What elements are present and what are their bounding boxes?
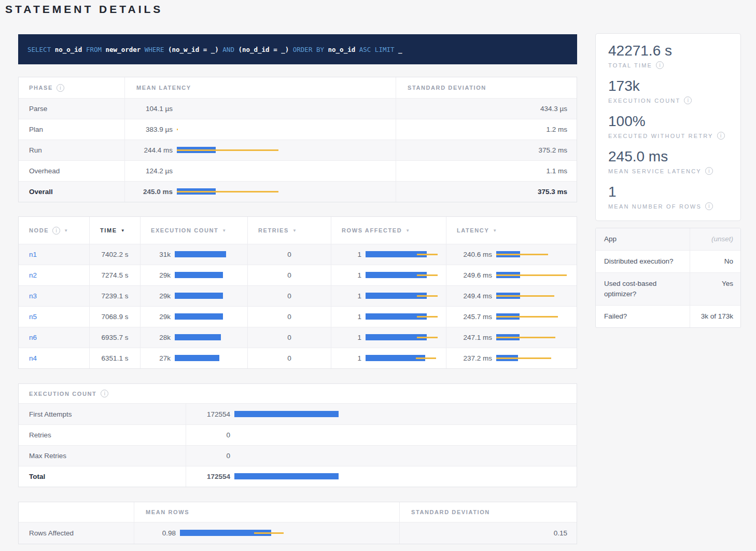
bar-stddev <box>496 295 554 297</box>
info-icon[interactable]: i <box>52 227 60 235</box>
column-header-standard-deviation: STANDARD DEVIATION <box>396 77 578 98</box>
phase-row-parse: Parse104.1 µs434.3 µs <box>19 98 577 119</box>
stat-value: 1 <box>608 183 728 201</box>
latency-bar <box>496 251 578 258</box>
value-with-bar-cell: 28k <box>141 327 248 348</box>
node-row-n5: n57068.9 s29k01245.7 ms <box>19 306 577 327</box>
node-cell: n1 <box>19 244 90 265</box>
execution-count-bar <box>175 355 247 362</box>
cell-value: 249.6 ms <box>446 271 492 279</box>
execution-count-bar <box>234 432 578 438</box>
node-link-n4[interactable]: n4 <box>29 354 37 362</box>
node-row-n2: n27274.5 s29k01249.6 ms <box>19 265 577 285</box>
bar-stddev <box>496 274 567 276</box>
retries-value: 0 <box>287 271 291 279</box>
info-icon[interactable]: i <box>656 61 664 69</box>
phase-label: Overall <box>29 188 53 196</box>
bar-stddev <box>417 254 438 255</box>
std-dev-value: 0.15 <box>554 529 567 537</box>
column-header-label: MEAN LATENCY <box>136 85 191 91</box>
phase-label: Parse <box>29 105 47 113</box>
value-with-bar-cell: 1 <box>331 348 446 368</box>
std-dev-value: 434.3 µs <box>540 105 567 113</box>
sql-identifier: (no_d_id = _) <box>238 46 292 53</box>
value-with-bar-cell: 383.9 µs <box>125 119 396 140</box>
column-header-rows-affected[interactable]: ROWS AFFECTED▼ <box>331 217 446 244</box>
column-header-latency[interactable]: LATENCY▼ <box>446 217 578 244</box>
value-with-bar-cell: 0.98 <box>134 522 400 544</box>
node-cell: n5 <box>19 307 90 327</box>
std-dev-cell: 1.1 ms <box>396 161 578 181</box>
value-with-bar-cell: 245.7 ms <box>446 307 578 327</box>
info-icon[interactable]: i <box>684 97 692 104</box>
stat-execution-count: 173k EXECUTION COUNTi <box>608 77 728 104</box>
cell-value: 1 <box>331 334 361 341</box>
detail-label: Failed? <box>596 306 690 327</box>
sort-icon[interactable]: ▼ <box>222 228 226 233</box>
bar-stddev <box>417 295 438 297</box>
sort-icon[interactable]: ▼ <box>405 228 410 233</box>
stat-total-time: 42271.6 s TOTAL TIMEi <box>608 42 728 69</box>
value-with-bar-cell: 104.1 µs <box>125 99 396 119</box>
execution-count-table: EXECUTION COUNTiFirst Attempts172554Retr… <box>18 383 577 487</box>
stat-value: 245.0 ms <box>608 148 728 166</box>
sort-icon[interactable]: ▼ <box>121 228 125 233</box>
time-cell: 6351.1 s <box>90 348 141 368</box>
column-header-time[interactable]: TIME▼ <box>90 217 141 244</box>
value-with-bar-cell: 1 <box>331 307 446 327</box>
cell-value: 1 <box>331 313 361 321</box>
info-icon[interactable]: i <box>705 202 713 210</box>
time-cell: 7239.1 s <box>90 286 141 306</box>
time-value: 7402.2 s <box>102 251 129 258</box>
time-cell: 7402.2 s <box>90 244 141 265</box>
stat-mean-service-latency: 245.0 ms MEAN SERVICE LATENCYi <box>608 148 728 175</box>
cell-value: 240.6 ms <box>446 251 492 258</box>
latency-bar <box>496 293 578 299</box>
column-header-node[interactable]: NODEi▼ <box>19 217 90 244</box>
std-dev-cell: 375.3 ms <box>396 182 578 202</box>
node-link-n1[interactable]: n1 <box>29 251 37 258</box>
column-header-label: TIME <box>100 227 117 233</box>
cell-value: 0 <box>186 431 230 439</box>
mean-rows-bar <box>180 530 399 536</box>
sort-icon[interactable]: ▼ <box>493 228 497 233</box>
node-cell: n2 <box>19 265 90 285</box>
column-header-label: EXECUTION COUNT <box>151 227 218 233</box>
phase-label-cell: Overhead <box>19 161 125 181</box>
sql-keyword: ORDER BY <box>293 46 328 53</box>
cell-value: 1 <box>331 292 361 300</box>
info-icon[interactable]: i <box>717 132 725 140</box>
column-header-label: MEAN ROWS <box>146 509 189 515</box>
node-link-n6[interactable]: n6 <box>29 334 37 341</box>
column-header-retries[interactable]: RETRIES▼ <box>248 217 331 244</box>
column-header-execution-count[interactable]: EXECUTION COUNT▼ <box>141 217 248 244</box>
sql-identifier: new_order <box>106 46 145 53</box>
sql-identifier: no_o_id <box>55 46 86 53</box>
detail-row-distributed-execution: Distributed execution? No <box>596 250 740 272</box>
info-icon[interactable]: i <box>705 167 713 175</box>
stat-executed-without-retry: 100% EXECUTED WITHOUT RETRYi <box>608 113 728 140</box>
node-cell: n6 <box>19 327 90 348</box>
cell-value: 29k <box>141 292 171 300</box>
details-card: App (unset) Distributed execution? No Us… <box>595 228 741 328</box>
cell-value: 0.98 <box>134 529 176 537</box>
node-link-n5[interactable]: n5 <box>29 313 37 321</box>
value-with-bar-cell: 124.2 µs <box>125 161 396 181</box>
phase-label-cell: Parse <box>19 99 125 119</box>
stat-label: MEAN NUMBER OF ROWS <box>608 203 702 210</box>
time-value: 6935.7 s <box>102 334 129 341</box>
sort-icon[interactable]: ▼ <box>64 228 68 233</box>
info-icon[interactable]: i <box>57 84 64 92</box>
node-link-n3[interactable]: n3 <box>29 292 37 300</box>
std-dev-value: 1.1 ms <box>546 167 567 175</box>
info-icon[interactable]: i <box>101 390 108 397</box>
node-link-n2[interactable]: n2 <box>29 271 37 279</box>
exec-label-cell: Total <box>19 466 186 487</box>
value-with-bar-cell: 0 <box>186 425 578 445</box>
stat-value: 42271.6 s <box>608 42 728 60</box>
bar-stddev <box>417 274 438 276</box>
main-content: SELECT no_o_id FROM new_order WHERE (no_… <box>18 34 577 544</box>
execution-count-bar <box>175 293 247 299</box>
sql-identifier: no_o_id <box>328 46 359 53</box>
sort-icon[interactable]: ▼ <box>292 228 297 233</box>
